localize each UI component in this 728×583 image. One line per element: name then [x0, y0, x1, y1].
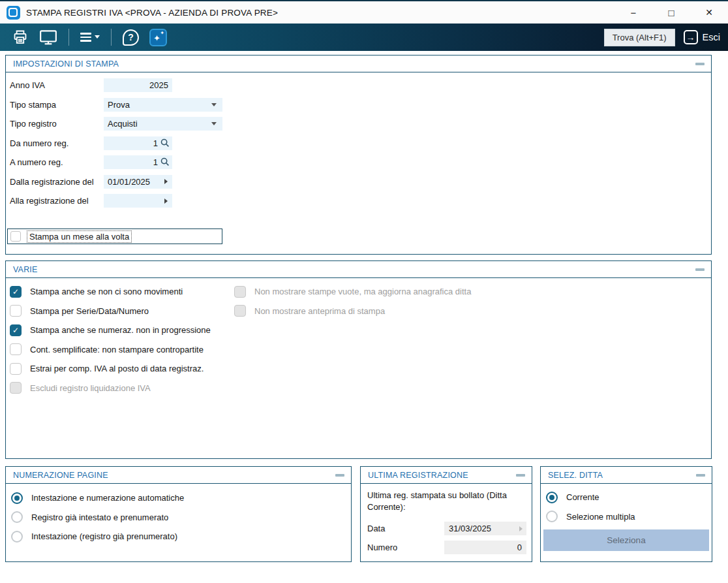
collapse-section-button[interactable] — [335, 474, 344, 477]
collapse-section-button[interactable] — [695, 63, 705, 65]
maximize-button[interactable]: □ — [652, 1, 690, 24]
search-icon[interactable] — [160, 138, 170, 148]
field-label: Anno IVA — [10, 80, 104, 90]
ultima-numero-field: 0 — [444, 541, 526, 554]
checkbox-row: Non mostrare stampe vuote, ma aggiorna a… — [234, 282, 471, 302]
section-numerazione-pagine: NUMERAZIONE PAGINE Intestazione e numera… — [5, 466, 352, 562]
radio-row[interactable]: Corrente — [546, 488, 712, 507]
radio-row[interactable]: Intestazione e numerazione automatiche — [11, 488, 351, 508]
a-numero-reg-input[interactable]: 1 — [104, 155, 172, 169]
section-title: VARIE — [13, 265, 38, 274]
checkbox-row[interactable]: Stampa per Serie/Data/Numero — [10, 302, 211, 321]
preview-monitor-icon[interactable] — [39, 29, 57, 46]
section-header: VARIE — [6, 261, 711, 278]
window-controls: − □ ✕ — [614, 1, 728, 24]
print-icon[interactable] — [12, 29, 29, 46]
radio-label: Selezione multipla — [566, 512, 635, 522]
checkbox-row[interactable]: Stampa anche se non ci sono movimenti — [10, 282, 211, 302]
field-label: Dalla registrazione del — [10, 177, 104, 187]
dalla-registrazione-date-input[interactable]: 01/01/2025 — [104, 175, 172, 189]
radio-button[interactable] — [11, 511, 23, 523]
checkbox-row[interactable]: Stampa anche se numeraz. non in progress… — [10, 321, 211, 340]
field-label: Alla registrazione del — [10, 196, 104, 206]
section-header: IMPOSTAZIONI DI STAMPA — [6, 55, 711, 72]
checkbox[interactable] — [10, 363, 22, 375]
alla-registrazione-date-input[interactable] — [104, 194, 172, 208]
exit-arrow-icon: → — [684, 30, 698, 44]
checkbox[interactable] — [10, 286, 22, 298]
field-row-tipo-stampa: Tipo stampa Prova — [6, 95, 711, 115]
ultima-data-field: 31/03/2025 — [444, 522, 526, 535]
checkbox-label: Stampa anche se non ci sono movimenti — [30, 287, 183, 296]
section-header: SELEZ. DITTA — [541, 467, 712, 484]
app-logo-icon — [7, 6, 20, 20]
collapse-section-button[interactable] — [696, 474, 705, 477]
checkbox-row[interactable]: Escludi registro liquidazione IVA — [10, 379, 211, 398]
date-picker-arrow-icon[interactable] — [164, 179, 168, 184]
checkbox — [234, 305, 246, 317]
checkbox-row[interactable]: Cont. semplificate: non stampare controp… — [10, 340, 211, 360]
radio-button[interactable] — [11, 492, 23, 504]
field-row-anno-iva: Anno IVA 2025 — [6, 76, 711, 95]
radio-button[interactable] — [546, 492, 558, 503]
checkbox-label: Stampa per Serie/Data/Numero — [30, 306, 149, 316]
section-header: NUMERAZIONE PAGINE — [6, 467, 351, 484]
radio-button[interactable] — [546, 511, 558, 522]
chevron-down-icon — [95, 35, 100, 39]
seleziona-button[interactable]: Seleziona — [543, 529, 709, 551]
collapse-section-button[interactable] — [516, 474, 525, 477]
stampa-un-mese-checkbox-row[interactable]: Stampa un mese alla volta — [7, 228, 222, 244]
checkbox-label: Stampa anche se numeraz. non in progress… — [30, 325, 211, 335]
varie-right-column: Non mostrare stampe vuote, ma aggiorna a… — [234, 282, 471, 321]
section-impostazioni-di-stampa: IMPOSTAZIONI DI STAMPA Anno IVA 2025 Tip… — [5, 55, 712, 255]
search-icon[interactable] — [160, 157, 170, 166]
close-button[interactable]: ✕ — [690, 1, 728, 24]
radio-row[interactable]: Selezione multipla — [546, 507, 712, 527]
checkbox-label: Cont. semplificate: non stampare controp… — [30, 345, 204, 355]
help-button[interactable]: ? — [123, 29, 139, 46]
tipo-stampa-select[interactable]: Prova — [104, 98, 222, 112]
field-label: Data — [367, 524, 444, 533]
section-selez-ditta: SELEZ. DITTA Corrente Selezione multipla… — [540, 466, 712, 562]
radio-button[interactable] — [11, 531, 23, 543]
sparkles-icon: ✦ ✦ — [149, 29, 167, 46]
hamburger-icon — [80, 33, 91, 41]
toolbar-separator — [68, 29, 69, 46]
exit-button[interactable]: → Esci — [684, 30, 720, 44]
date-picker-arrow-icon[interactable] — [164, 198, 168, 204]
section-ultima-registrazione: ULTIMA REGISTRAZIONE Ultima reg. stampat… — [360, 466, 532, 562]
field-row-tipo-registro: Tipo registro Acquisti — [6, 114, 711, 134]
minimize-button[interactable]: − — [614, 1, 652, 24]
menu-button[interactable] — [80, 33, 100, 41]
radio-label: Intestazione (registro già prenumerato) — [31, 531, 177, 541]
section-varie: VARIE Stampa anche se non ci sono movime… — [5, 260, 712, 459]
checkbox[interactable] — [10, 343, 22, 355]
main-content: IMPOSTAZIONI DI STAMPA Anno IVA 2025 Tip… — [0, 51, 728, 583]
radio-row[interactable]: Registro già intestato e prenumerato — [11, 508, 351, 528]
assistant-button[interactable]: ✦ ✦ — [149, 29, 167, 46]
field-label: Tipo stampa — [10, 100, 104, 110]
find-button[interactable]: Trova (Alt+F1) — [604, 29, 675, 46]
checkbox-row[interactable]: Estrai per comp. IVA al posto di data re… — [10, 359, 211, 379]
date-picker-arrow-icon — [519, 526, 523, 531]
da-numero-reg-input[interactable]: 1 — [104, 136, 172, 150]
anno-iva-input[interactable]: 2025 — [104, 78, 172, 92]
checkbox[interactable] — [10, 324, 22, 336]
radio-label: Intestazione e numerazione automatiche — [31, 493, 184, 503]
section-title: IMPOSTAZIONI DI STAMPA — [13, 59, 119, 69]
collapse-section-button[interactable] — [695, 268, 705, 271]
checkbox[interactable] — [10, 305, 22, 317]
checkbox-label: Escludi registro liquidazione IVA — [30, 383, 151, 393]
tipo-registro-select[interactable]: Acquisti — [104, 117, 222, 131]
toolbar: ? ✦ ✦ Trova (Alt+F1) → Esci — [0, 24, 728, 51]
dropdown-caret-icon — [211, 122, 217, 125]
checkbox[interactable] — [10, 231, 21, 242]
field-row-dalla-registrazione: Dalla registrazione del 01/01/2025 — [6, 172, 711, 192]
field-label: Numero — [367, 543, 444, 552]
checkbox-row: Non mostrare anteprima di stampa — [234, 302, 471, 321]
field-label: Tipo registro — [10, 119, 104, 129]
radio-row[interactable]: Intestazione (registro già prenumerato) — [11, 527, 351, 546]
checkbox-label: Non mostrare stampe vuote, ma aggiorna a… — [254, 287, 471, 296]
last-registration-note: Ultima reg. stampata su bollato (Ditta C… — [361, 484, 532, 513]
field-row-da-numero-reg: Da numero reg. 1 — [6, 134, 711, 153]
